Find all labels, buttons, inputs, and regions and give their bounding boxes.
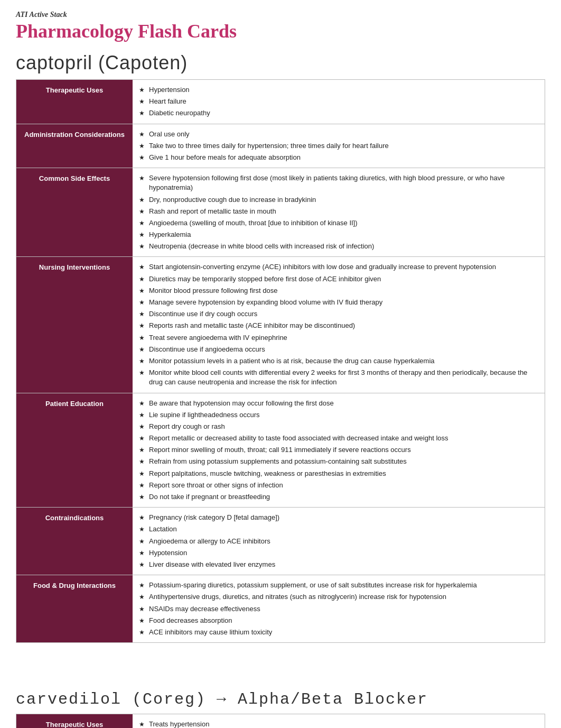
content-common-side-effects: ★Severe hypotension following first dose… <box>133 168 545 256</box>
star-icon: ★ <box>139 242 145 251</box>
star-icon: ★ <box>139 411 145 420</box>
label-food-drug-interactions: Food & Drug Interactions <box>16 575 133 642</box>
drug-title-2: carvedilol (Coreg) → Alpha/Beta Blocker <box>16 690 545 708</box>
list-item: ★Diabetic neuropathy <box>139 108 538 118</box>
list-item: ★Monitor white blood cell counts with di… <box>139 368 538 387</box>
list-item: ★Severe hypotension following first dose… <box>139 173 538 192</box>
list-item: ★ACE inhibitors may cause lithium toxici… <box>139 628 538 637</box>
star-icon: ★ <box>139 263 145 272</box>
list-item: ★Pregnancy (risk category D [fetal damag… <box>139 513 538 522</box>
row-food-drug-interactions: Food & Drug Interactions ★Potassium-spar… <box>16 575 545 642</box>
list-item: ★Start angiotensin-converting enzyme (AC… <box>139 262 538 272</box>
list-item: ★Report minor swelling of mouth, throat;… <box>139 445 538 455</box>
list-item: ★Manage severe hypotension by expanding … <box>139 298 538 307</box>
list-item: ★Be aware that hypotension may occur fol… <box>139 399 538 408</box>
star-icon: ★ <box>139 537 145 546</box>
star-icon: ★ <box>139 605 145 614</box>
brand-label: ATI Active Stack <box>16 11 545 19</box>
star-icon: ★ <box>139 310 145 319</box>
list-item: ★Discontinue use if angioedema occurs <box>139 345 538 354</box>
content-therapeutic-uses: ★Hypertension ★Heart failure ★Diabetic n… <box>133 80 545 124</box>
star-icon: ★ <box>139 513 145 522</box>
star-icon: ★ <box>139 219 145 228</box>
star-icon: ★ <box>139 560 145 569</box>
list-item: ★Angioedema or allergy to ACE inhibitors <box>139 537 538 546</box>
list-item: ★Give 1 hour before meals for adequate a… <box>139 153 538 162</box>
label-common-side-effects: Common Side Effects <box>16 168 133 256</box>
star-icon: ★ <box>139 97 145 106</box>
star-icon: ★ <box>139 720 145 728</box>
star-icon: ★ <box>139 549 145 558</box>
list-item: ★Lactation <box>139 524 538 534</box>
star-icon: ★ <box>139 130 145 139</box>
drug-title-1: captopril (Capoten) <box>16 52 545 74</box>
star-icon: ★ <box>139 153 145 162</box>
star-icon: ★ <box>139 434 145 443</box>
list-item: ★Report metallic or decreased ability to… <box>139 434 538 443</box>
flash-card-1: Therapeutic Uses ★Hypertension ★Heart fa… <box>16 79 545 643</box>
list-item: ★Antihypertensive drugs, diuretics, and … <box>139 592 538 602</box>
star-icon: ★ <box>139 493 145 502</box>
list-item: ★Do not take if pregnant or breastfeedin… <box>139 492 538 502</box>
star-icon: ★ <box>139 207 145 216</box>
list-item: ★Heart failure <box>139 97 538 106</box>
row-therapeutic-uses-2: Therapeutic Uses ★Treats hypertension <box>16 714 545 728</box>
label-therapeutic-uses-2: Therapeutic Uses <box>16 714 133 728</box>
list-item: ★NSAIDs may decrease effectiveness <box>139 604 538 614</box>
star-icon: ★ <box>139 109 145 118</box>
list-item: ★Lie supine if lightheadedness occurs <box>139 410 538 420</box>
label-patient-education: Patient Education <box>16 393 133 508</box>
list-item: ★Report sore throat or other signs of in… <box>139 481 538 490</box>
star-icon: ★ <box>139 446 145 455</box>
label-admin-considerations: Administration Considerations <box>16 124 133 168</box>
page-title: Pharmacology Flash Cards <box>16 20 545 42</box>
star-icon: ★ <box>139 321 145 330</box>
star-icon: ★ <box>139 399 145 408</box>
list-item: ★Treats hypertension <box>139 720 538 728</box>
row-nursing-interventions: Nursing Interventions ★Start angiotensin… <box>16 257 545 393</box>
star-icon: ★ <box>139 368 145 377</box>
star-icon: ★ <box>139 196 145 205</box>
list-item: ★Monitor potassium levels in a patient w… <box>139 356 538 366</box>
star-icon: ★ <box>139 142 145 151</box>
row-common-side-effects: Common Side Effects ★Severe hypotension … <box>16 168 545 257</box>
star-icon: ★ <box>139 481 145 490</box>
star-icon: ★ <box>139 287 145 296</box>
star-icon: ★ <box>139 345 145 354</box>
list-item: ★Hypotension <box>139 548 538 558</box>
star-icon: ★ <box>139 616 145 625</box>
list-item: ★Reports rash and metallic taste (ACE in… <box>139 321 538 330</box>
row-contraindications: Contraindications ★Pregnancy (risk categ… <box>16 508 545 575</box>
list-item: ★Diuretics may be temporarily stopped be… <box>139 274 538 284</box>
row-admin-considerations: Administration Considerations ★Oral use … <box>16 124 545 169</box>
star-icon: ★ <box>139 86 145 95</box>
list-item: ★Report dry cough or rash <box>139 422 538 431</box>
star-icon: ★ <box>139 174 145 183</box>
star-icon: ★ <box>139 593 145 602</box>
content-admin-considerations: ★Oral use only ★Take two to three times … <box>133 124 545 168</box>
star-icon: ★ <box>139 457 145 466</box>
star-icon: ★ <box>139 357 145 366</box>
content-patient-education: ★Be aware that hypotension may occur fol… <box>133 393 545 508</box>
list-item: ★Angioedema (swelling of mouth, throat [… <box>139 218 538 228</box>
star-icon: ★ <box>139 298 145 307</box>
row-therapeutic-uses: Therapeutic Uses ★Hypertension ★Heart fa… <box>16 80 545 124</box>
star-icon: ★ <box>139 581 145 590</box>
list-item: ★Hyperkalemia <box>139 230 538 239</box>
star-icon: ★ <box>139 334 145 343</box>
label-contraindications: Contraindications <box>16 508 133 575</box>
star-icon: ★ <box>139 628 145 637</box>
content-food-drug-interactions: ★Potassium-sparing diuretics, potassium … <box>133 575 545 642</box>
flash-card-2: Therapeutic Uses ★Treats hypertension <box>16 714 545 728</box>
content-contraindications: ★Pregnancy (risk category D [fetal damag… <box>133 508 545 575</box>
star-icon: ★ <box>139 231 145 239</box>
list-item: ★Discontinue use if dry cough occurs <box>139 309 538 319</box>
list-item: ★Monitor blood pressure following first … <box>139 286 538 296</box>
list-item: ★Potassium-sparing diuretics, potassium … <box>139 580 538 590</box>
list-item: ★Neutropenia (decrease in white blood ce… <box>139 242 538 251</box>
list-item: ★Take two to three times daily for hyper… <box>139 141 538 151</box>
row-patient-education: Patient Education ★Be aware that hypoten… <box>16 393 545 508</box>
list-item: ★Rash and report of metallic taste in mo… <box>139 207 538 216</box>
label-therapeutic-uses: Therapeutic Uses <box>16 80 133 124</box>
star-icon: ★ <box>139 422 145 431</box>
